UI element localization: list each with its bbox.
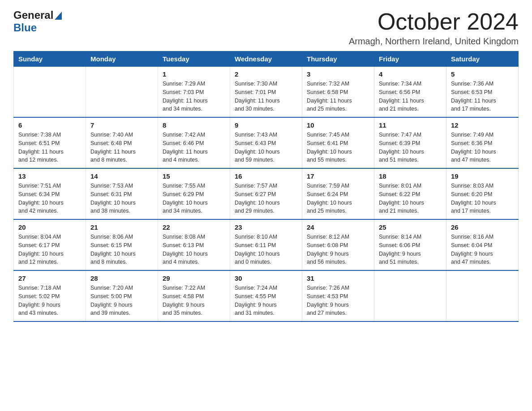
calendar-week-row: 27Sunrise: 7:18 AMSunset: 5:02 PMDayligh… [14,270,519,321]
day-info: Sunrise: 7:34 AMSunset: 6:56 PMDaylight:… [379,80,442,113]
day-info: Sunrise: 7:43 AMSunset: 6:43 PMDaylight:… [235,131,297,164]
calendar-week-row: 13Sunrise: 7:51 AMSunset: 6:34 PMDayligh… [14,168,519,219]
day-info: Sunrise: 7:57 AMSunset: 6:27 PMDaylight:… [235,182,297,215]
calendar-cell: 6Sunrise: 7:38 AMSunset: 6:51 PMDaylight… [14,117,86,168]
day-info: Sunrise: 8:10 AMSunset: 6:11 PMDaylight:… [235,233,297,266]
day-info: Sunrise: 8:08 AMSunset: 6:13 PMDaylight:… [163,233,225,266]
day-number: 12 [451,121,514,129]
col-tuesday: Tuesday [158,51,230,67]
day-info: Sunrise: 7:55 AMSunset: 6:29 PMDaylight:… [163,182,225,215]
day-info: Sunrise: 8:06 AMSunset: 6:15 PMDaylight:… [90,233,153,266]
calendar-cell [374,270,446,321]
calendar-cell: 27Sunrise: 7:18 AMSunset: 5:02 PMDayligh… [14,270,86,321]
calendar-cell: 7Sunrise: 7:40 AMSunset: 6:48 PMDaylight… [86,117,158,168]
calendar-cell: 1Sunrise: 7:29 AMSunset: 7:03 PMDaylight… [158,67,230,118]
day-number: 28 [90,274,153,282]
day-info: Sunrise: 8:01 AMSunset: 6:22 PMDaylight:… [379,182,442,215]
day-number: 9 [235,121,297,129]
day-number: 7 [90,121,153,129]
day-info: Sunrise: 7:42 AMSunset: 6:46 PMDaylight:… [163,131,225,164]
day-number: 6 [18,121,81,129]
day-number: 24 [307,223,369,231]
day-info: Sunrise: 7:32 AMSunset: 6:58 PMDaylight:… [307,80,369,113]
calendar-cell: 8Sunrise: 7:42 AMSunset: 6:46 PMDaylight… [158,117,230,168]
calendar-cell: 21Sunrise: 8:06 AMSunset: 6:15 PMDayligh… [86,219,158,270]
calendar-cell: 3Sunrise: 7:32 AMSunset: 6:58 PMDaylight… [302,67,374,118]
day-info: Sunrise: 7:30 AMSunset: 7:01 PMDaylight:… [235,80,297,113]
day-info: Sunrise: 7:26 AMSunset: 4:53 PMDaylight:… [307,284,369,317]
calendar-cell: 15Sunrise: 7:55 AMSunset: 6:29 PMDayligh… [158,168,230,219]
col-monday: Monday [86,51,158,67]
day-info: Sunrise: 7:18 AMSunset: 5:02 PMDaylight:… [18,284,81,317]
calendar-cell: 26Sunrise: 8:16 AMSunset: 6:04 PMDayligh… [446,219,519,270]
day-number: 16 [235,172,297,180]
calendar-cell: 28Sunrise: 7:20 AMSunset: 5:00 PMDayligh… [86,270,158,321]
svg-marker-0 [55,12,62,20]
col-wednesday: Wednesday [230,51,302,67]
day-number: 5 [451,70,514,78]
day-info: Sunrise: 8:12 AMSunset: 6:08 PMDaylight:… [307,233,369,266]
day-number: 15 [163,172,225,180]
logo-general-text: General [13,9,53,21]
calendar-cell: 5Sunrise: 7:36 AMSunset: 6:53 PMDaylight… [446,67,519,118]
day-info: Sunrise: 7:49 AMSunset: 6:36 PMDaylight:… [451,131,514,164]
day-number: 10 [307,121,369,129]
calendar-cell [14,67,86,118]
calendar-table: Sunday Monday Tuesday Wednesday Thursday… [13,51,519,322]
col-thursday: Thursday [302,51,374,67]
calendar-cell: 31Sunrise: 7:26 AMSunset: 4:53 PMDayligh… [302,270,374,321]
page-header: General Blue October 2024 Armagh, Northe… [13,9,519,47]
day-number: 8 [163,121,225,129]
calendar-cell: 16Sunrise: 7:57 AMSunset: 6:27 PMDayligh… [230,168,302,219]
title-area: October 2024 Armagh, Northern Ireland, U… [349,9,519,47]
calendar-cell: 2Sunrise: 7:30 AMSunset: 7:01 PMDaylight… [230,67,302,118]
calendar-cell: 22Sunrise: 8:08 AMSunset: 6:13 PMDayligh… [158,219,230,270]
day-info: Sunrise: 7:40 AMSunset: 6:48 PMDaylight:… [90,131,153,164]
day-number: 4 [379,70,442,78]
day-number: 18 [379,172,442,180]
day-number: 27 [18,274,81,282]
calendar-cell: 30Sunrise: 7:24 AMSunset: 4:55 PMDayligh… [230,270,302,321]
calendar-cell: 13Sunrise: 7:51 AMSunset: 6:34 PMDayligh… [14,168,86,219]
day-number: 20 [18,223,81,231]
col-saturday: Saturday [446,51,519,67]
day-number: 31 [307,274,369,282]
day-number: 11 [379,121,442,129]
day-number: 1 [163,70,225,78]
day-info: Sunrise: 8:03 AMSunset: 6:20 PMDaylight:… [451,182,514,215]
day-info: Sunrise: 7:29 AMSunset: 7:03 PMDaylight:… [163,80,225,113]
calendar-cell: 24Sunrise: 8:12 AMSunset: 6:08 PMDayligh… [302,219,374,270]
calendar-cell: 19Sunrise: 8:03 AMSunset: 6:20 PMDayligh… [446,168,519,219]
day-number: 21 [90,223,153,231]
calendar-cell: 4Sunrise: 7:34 AMSunset: 6:56 PMDaylight… [374,67,446,118]
day-number: 14 [90,172,153,180]
day-info: Sunrise: 8:04 AMSunset: 6:17 PMDaylight:… [18,233,81,266]
day-number: 25 [379,223,442,231]
logo-blue-text: Blue [13,21,37,34]
day-info: Sunrise: 8:14 AMSunset: 6:06 PMDaylight:… [379,233,442,266]
logo-triangle-icon [55,12,62,20]
calendar-cell: 11Sunrise: 7:47 AMSunset: 6:39 PMDayligh… [374,117,446,168]
day-number: 17 [307,172,369,180]
day-number: 3 [307,70,369,78]
day-info: Sunrise: 7:53 AMSunset: 6:31 PMDaylight:… [90,182,153,215]
day-number: 30 [235,274,297,282]
col-sunday: Sunday [14,51,86,67]
day-number: 22 [163,223,225,231]
calendar-cell: 10Sunrise: 7:45 AMSunset: 6:41 PMDayligh… [302,117,374,168]
calendar-header-row: Sunday Monday Tuesday Wednesday Thursday… [14,51,519,67]
day-number: 26 [451,223,514,231]
day-info: Sunrise: 8:16 AMSunset: 6:04 PMDaylight:… [451,233,514,266]
day-number: 23 [235,223,297,231]
calendar-cell: 17Sunrise: 7:59 AMSunset: 6:24 PMDayligh… [302,168,374,219]
calendar-week-row: 6Sunrise: 7:38 AMSunset: 6:51 PMDaylight… [14,117,519,168]
calendar-cell: 23Sunrise: 8:10 AMSunset: 6:11 PMDayligh… [230,219,302,270]
day-info: Sunrise: 7:24 AMSunset: 4:55 PMDaylight:… [235,284,297,317]
day-info: Sunrise: 7:38 AMSunset: 6:51 PMDaylight:… [18,131,81,164]
calendar-cell: 29Sunrise: 7:22 AMSunset: 4:58 PMDayligh… [158,270,230,321]
calendar-cell: 12Sunrise: 7:49 AMSunset: 6:36 PMDayligh… [446,117,519,168]
calendar-cell: 14Sunrise: 7:53 AMSunset: 6:31 PMDayligh… [86,168,158,219]
calendar-week-row: 1Sunrise: 7:29 AMSunset: 7:03 PMDaylight… [14,67,519,118]
day-number: 2 [235,70,297,78]
day-info: Sunrise: 7:59 AMSunset: 6:24 PMDaylight:… [307,182,369,215]
